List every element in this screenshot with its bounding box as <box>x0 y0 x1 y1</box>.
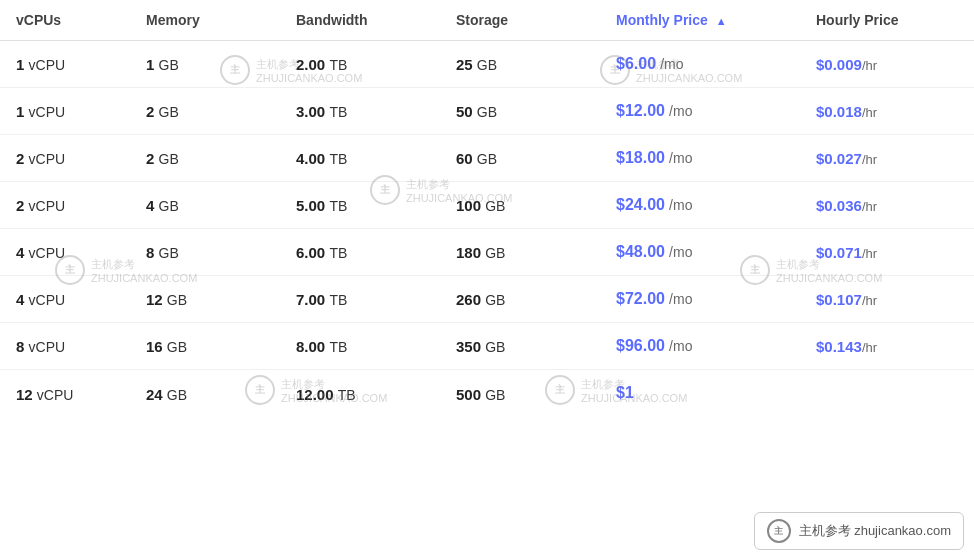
cell-storage: 100 GB <box>440 182 600 229</box>
cell-memory: 8 GB <box>130 229 280 276</box>
cell-storage: 25 GB <box>440 41 600 88</box>
cell-storage: 50 GB <box>440 88 600 135</box>
cell-monthly: $48.00 /mo <box>600 229 800 276</box>
cell-bandwidth: 5.00 TB <box>280 182 440 229</box>
cell-monthly: $6.00 /mo <box>600 41 800 88</box>
cell-vcpu: 2 vCPU <box>0 182 130 229</box>
cell-memory: 1 GB <box>130 41 280 88</box>
pricing-table: vCPUs Memory Bandwidth Storage Monthly P… <box>0 0 974 419</box>
cell-monthly: $72.00 /mo <box>600 276 800 323</box>
cell-bandwidth: 8.00 TB <box>280 323 440 370</box>
cell-hourly: $0.143/hr <box>800 323 974 370</box>
cell-vcpu: 4 vCPU <box>0 276 130 323</box>
cell-hourly <box>800 370 974 420</box>
cell-bandwidth: 2.00 TB <box>280 41 440 88</box>
cell-vcpu: 12 vCPU <box>0 370 130 420</box>
col-header-storage: Storage <box>440 0 600 41</box>
cell-storage: 60 GB <box>440 135 600 182</box>
cell-vcpu: 2 vCPU <box>0 135 130 182</box>
table-row: 2 vCPU 4 GB 5.00 TB 100 GB $24.00 /mo $0… <box>0 182 974 229</box>
cell-hourly: $0.018/hr <box>800 88 974 135</box>
cell-hourly: $0.036/hr <box>800 182 974 229</box>
cell-hourly: $0.107/hr <box>800 276 974 323</box>
cell-hourly: $0.009/hr <box>800 41 974 88</box>
cell-storage: 350 GB <box>440 323 600 370</box>
cell-monthly: $24.00 /mo <box>600 182 800 229</box>
col-header-hourly: Hourly Price <box>800 0 974 41</box>
pricing-table-container: 主 主机参考 ZHUJICANKAO.COM 主 主机参考 ZHUJICANKA… <box>0 0 974 419</box>
table-row: 4 vCPU 12 GB 7.00 TB 260 GB $72.00 /mo $… <box>0 276 974 323</box>
table-row: 8 vCPU 16 GB 8.00 TB 350 GB $96.00 /mo $… <box>0 323 974 370</box>
cell-bandwidth: 12.00 TB <box>280 370 440 420</box>
col-header-vcpu: vCPUs <box>0 0 130 41</box>
col-header-bandwidth: Bandwidth <box>280 0 440 41</box>
cell-monthly: $12.00 /mo <box>600 88 800 135</box>
table-row: 1 vCPU 1 GB 2.00 TB 25 GB $6.00 /mo $0.0… <box>0 41 974 88</box>
table-header-row: vCPUs Memory Bandwidth Storage Monthly P… <box>0 0 974 41</box>
cell-monthly: $1 <box>600 370 800 420</box>
cell-hourly: $0.071/hr <box>800 229 974 276</box>
cell-bandwidth: 6.00 TB <box>280 229 440 276</box>
cell-monthly: $96.00 /mo <box>600 323 800 370</box>
cell-memory: 4 GB <box>130 182 280 229</box>
cell-vcpu: 1 vCPU <box>0 41 130 88</box>
cell-bandwidth: 7.00 TB <box>280 276 440 323</box>
cell-storage: 180 GB <box>440 229 600 276</box>
cell-vcpu: 1 vCPU <box>0 88 130 135</box>
cell-memory: 12 GB <box>130 276 280 323</box>
sort-icon-monthly: ▲ <box>716 15 727 27</box>
cell-memory: 2 GB <box>130 88 280 135</box>
cell-bandwidth: 3.00 TB <box>280 88 440 135</box>
cell-memory: 16 GB <box>130 323 280 370</box>
table-row: 1 vCPU 2 GB 3.00 TB 50 GB $12.00 /mo $0.… <box>0 88 974 135</box>
cell-vcpu: 8 vCPU <box>0 323 130 370</box>
col-header-memory: Memory <box>130 0 280 41</box>
table-row: 12 vCPU 24 GB 12.00 TB 500 GB $1 <box>0 370 974 420</box>
cell-bandwidth: 4.00 TB <box>280 135 440 182</box>
cell-storage: 500 GB <box>440 370 600 420</box>
cell-memory: 24 GB <box>130 370 280 420</box>
cell-vcpu: 4 vCPU <box>0 229 130 276</box>
cell-memory: 2 GB <box>130 135 280 182</box>
table-body: 1 vCPU 1 GB 2.00 TB 25 GB $6.00 /mo $0.0… <box>0 41 974 420</box>
col-header-monthly[interactable]: Monthly Price ▲ <box>600 0 800 41</box>
cell-storage: 260 GB <box>440 276 600 323</box>
table-row: 2 vCPU 2 GB 4.00 TB 60 GB $18.00 /mo $0.… <box>0 135 974 182</box>
cell-hourly: $0.027/hr <box>800 135 974 182</box>
table-row: 4 vCPU 8 GB 6.00 TB 180 GB $48.00 /mo $0… <box>0 229 974 276</box>
cell-monthly: $18.00 /mo <box>600 135 800 182</box>
